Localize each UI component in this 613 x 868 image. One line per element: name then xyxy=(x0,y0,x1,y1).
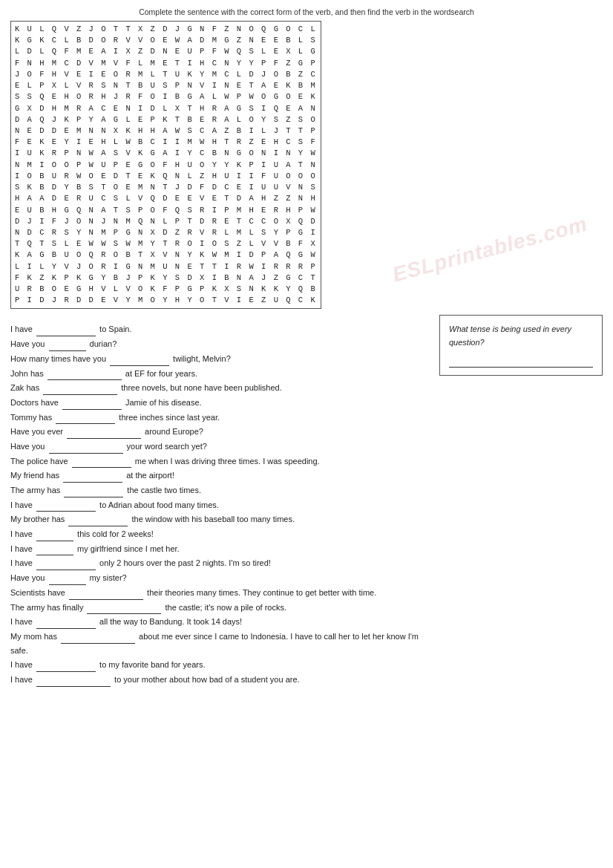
wordsearch-row: I U K R P N W A S V K G A I Y C B N G O … xyxy=(15,148,317,159)
sentence-after: at the airport! xyxy=(124,471,174,480)
sentence-after: the window with his baseball too many ti… xyxy=(129,515,295,523)
sentence-line: The army has finally the castle; it's no… xyxy=(10,601,424,615)
sentence-blank xyxy=(63,474,122,483)
wordsearch-row: F E K E Y I E H L W B C I I M W H T R Z … xyxy=(15,137,317,148)
sentence-blank xyxy=(62,401,122,410)
sentence-after: at EF for four years. xyxy=(123,369,197,378)
sentences-section: I have to Spain.Have you durian?How many… xyxy=(10,322,424,687)
sentence-blank xyxy=(36,532,73,541)
bottom-section: I have to Spain.Have you durian?How many… xyxy=(10,315,603,687)
question-box: What tense is being used in every questi… xyxy=(439,315,603,375)
sentence-before: I have xyxy=(10,324,35,333)
sentence-before: I have xyxy=(10,675,35,684)
sentence-line: Have you your word search yet? xyxy=(10,440,424,454)
wordsearch-row: K A G B U O Q R O B T X V N Y K W M I D … xyxy=(15,249,317,261)
sentence-blank xyxy=(36,503,96,512)
sentence-line: How many times have you twilight, Melvin… xyxy=(10,352,424,366)
sentence-after: durian? xyxy=(88,339,117,348)
sentence-before: Zak has xyxy=(10,383,42,392)
sentence-line: Tommy has three inches since last year. xyxy=(10,411,424,425)
wordsearch-row: D J I F J O N J N M Q N L P T D R E T C … xyxy=(15,216,317,227)
sentence-after: around Europe? xyxy=(142,427,203,436)
sentence-before: Tommy has xyxy=(10,413,54,422)
sentence-after: my sister? xyxy=(88,573,127,582)
sentence-line: I have to Adrian about food many times. xyxy=(10,498,424,512)
sentence-blank xyxy=(64,489,123,497)
sentence-before: Scientists have xyxy=(10,588,68,597)
sentence-blank xyxy=(36,678,111,687)
sentence-line: The army has the castle two times. xyxy=(10,483,424,497)
sentence-before: Have you xyxy=(10,573,47,582)
sentence-blank xyxy=(36,620,96,629)
sentence-blank xyxy=(87,605,161,614)
sentence-after: to my favorite band for years. xyxy=(97,660,206,669)
sentence-before: I have xyxy=(10,529,35,538)
sentence-blank xyxy=(72,459,131,468)
sentence-blank xyxy=(69,591,143,600)
wordsearch-row: D A Q J K P Y A G L E P K T B E R A L O … xyxy=(15,114,317,125)
sentence-after: their theories many times. They continue… xyxy=(145,588,376,597)
wordsearch-row: L D L Q F M E A I X Z D N E U P F W Q S … xyxy=(15,46,317,57)
sentence-line: Have you my sister? xyxy=(10,571,424,585)
wordsearch-row: K G K C L B D O R V V O E W A D M G Z N … xyxy=(15,35,317,46)
sentence-line: Have you durian? xyxy=(10,337,424,351)
sentence-line: I have to Spain. xyxy=(10,322,424,336)
sentence-line: I have my girlfriend since I met her. xyxy=(10,542,424,556)
sentence-after: to Adrian about food many times. xyxy=(97,500,219,509)
sentence-blank xyxy=(43,386,117,395)
sentence-line: My brother has the window with his baseb… xyxy=(10,512,424,526)
sentence-before: Have you ever xyxy=(10,427,65,436)
sentence-line: My friend has at the airport! xyxy=(10,469,424,483)
sentence-line: Have you ever around Europe? xyxy=(10,425,424,439)
sentence-blank xyxy=(61,635,135,644)
sentence-blank xyxy=(56,415,115,424)
wordsearch-row: T Q T S L E W W S W M Y T R O I O S Z L … xyxy=(15,238,317,249)
wordsearch-container: K U L Q V Z J O T T X Z D J G N F Z N O … xyxy=(10,21,603,309)
sentence-before: Have you xyxy=(10,442,47,451)
sentence-before: I have xyxy=(10,544,35,553)
sentence-before: The army has xyxy=(10,486,62,495)
sentence-line: I have to my favorite band for years. xyxy=(10,658,424,672)
wordsearch-grid: K U L Q V Z J O T T X Z D J G N F Z N O … xyxy=(10,21,321,309)
sentence-blank xyxy=(36,561,96,570)
page-title: Complete the sentence with the correct f… xyxy=(10,7,603,16)
sentence-after: three inches since last year. xyxy=(117,413,220,422)
sentence-after: to your mother about how bad of a studen… xyxy=(112,675,300,684)
sentence-after: Jamie of his disease. xyxy=(123,398,202,407)
sentence-blank xyxy=(110,357,169,366)
sentence-blank xyxy=(49,576,86,585)
sentence-after: the castle; it's now a pile of rocks. xyxy=(163,603,286,612)
wordsearch-row: E U B H G Q N A T S P O F Q S R I P M H … xyxy=(15,205,317,216)
sentence-before: Doctors have xyxy=(10,398,61,407)
sentence-blank xyxy=(68,518,128,526)
wordsearch-row: S S Q E H O R H J R F O I B G A L W P W … xyxy=(15,91,317,102)
sentence-after: all the way to Bandung. It took 14 days! xyxy=(97,617,242,626)
sentence-line: Doctors have Jamie of his disease. xyxy=(10,396,424,410)
wordsearch-row: N M I O O P W U P E G O F H U O Y Y K P … xyxy=(15,160,317,171)
wordsearch-row: S K B D Y B S T O E M N T J D F D C E I … xyxy=(15,182,317,193)
sentence-blank xyxy=(49,445,123,454)
wordsearch-row: N D C R S Y N M P G N X D Z R V R L M L … xyxy=(15,227,317,238)
wordsearch-row: E L P X L V R S N T B U S P N V I N E T … xyxy=(15,80,317,91)
wordsearch-row: K U L Q V Z J O T T X Z D J G N F Z N O … xyxy=(15,24,317,35)
wordsearch-row: F K Z K P K G Y B J P K Y S D X I B N A … xyxy=(15,273,317,284)
sentence-before: My friend has xyxy=(10,471,62,480)
sentence-line: The police have me when I was driving th… xyxy=(10,454,424,469)
wordsearch-row: I O B U R W O E D T E K Q N L Z H U I I … xyxy=(15,171,317,182)
wordsearch-row: N E D D E M N N X K H H A W S C A Z B I … xyxy=(15,125,317,137)
sentence-before: John has xyxy=(10,369,46,378)
wordsearch-row: L I L Y V J O R I G N M U N E T T I R W … xyxy=(15,261,317,273)
sentence-line: Zak has three novels, but none have been… xyxy=(10,381,424,395)
sentence-after: the castle two times. xyxy=(125,486,201,495)
wordsearch-row: F N H M C D V M V F L M E T I H C N Y Y … xyxy=(15,58,317,69)
sentence-after: twilight, Melvin? xyxy=(171,354,231,363)
sentence-before: I have xyxy=(10,617,35,626)
wordsearch-row: U R B O E G H V L V O K F P G P K X S N … xyxy=(15,284,317,295)
answer-line xyxy=(449,357,593,368)
sentence-before: Have you xyxy=(10,339,47,348)
sentence-after: my girlfriend since I met her. xyxy=(75,544,180,553)
sentence-before: I have xyxy=(10,500,35,509)
sentence-after: to Spain. xyxy=(97,324,131,333)
sentence-after: only 2 hours over the past 2 nights. I'm… xyxy=(97,558,271,567)
sentence-before: My brother has xyxy=(10,515,67,523)
